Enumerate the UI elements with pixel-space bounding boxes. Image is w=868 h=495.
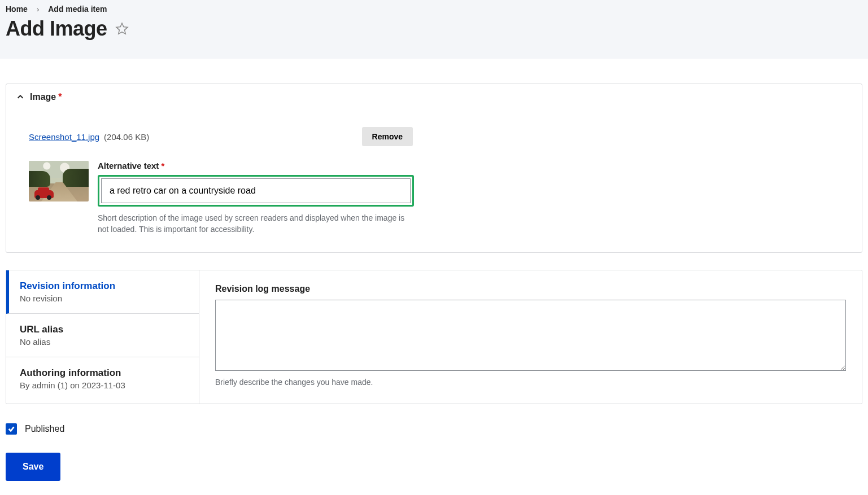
revision-log-label: Revision log message bbox=[215, 284, 310, 294]
alt-text-input[interactable] bbox=[101, 178, 411, 203]
tab-subtitle: No revision bbox=[20, 294, 185, 303]
image-panel-toggle[interactable]: Image* bbox=[6, 84, 862, 104]
required-indicator: * bbox=[58, 92, 62, 102]
tab-url-alias[interactable]: URL alias No alias bbox=[6, 314, 199, 357]
file-size: (204.06 KB) bbox=[104, 132, 149, 142]
published-checkbox[interactable] bbox=[6, 423, 17, 435]
save-button[interactable]: Save bbox=[6, 453, 60, 481]
tab-title: Authoring information bbox=[20, 367, 185, 379]
image-panel-title: Image bbox=[30, 92, 56, 102]
alt-text-label: Alternative text bbox=[98, 161, 159, 170]
image-panel: Image* Screenshot_11.jpg (204.06 KB) Rem… bbox=[6, 84, 862, 253]
breadcrumb-home[interactable]: Home bbox=[6, 5, 28, 14]
chevron-up-icon bbox=[16, 93, 24, 101]
tab-title: URL alias bbox=[20, 324, 185, 335]
tab-revision-information[interactable]: Revision information No revision bbox=[6, 270, 199, 314]
star-icon[interactable] bbox=[115, 22, 129, 36]
svg-marker-0 bbox=[116, 23, 128, 34]
tab-subtitle: No alias bbox=[20, 337, 185, 347]
required-indicator: * bbox=[161, 161, 164, 170]
breadcrumb-current: Add media item bbox=[48, 5, 107, 14]
revision-log-textarea[interactable] bbox=[215, 300, 846, 371]
breadcrumb: Home › Add media item bbox=[6, 5, 862, 17]
file-link[interactable]: Screenshot_11.jpg bbox=[29, 132, 99, 142]
check-icon bbox=[7, 425, 15, 433]
tab-subtitle: By admin (1) on 2023-11-03 bbox=[20, 380, 185, 390]
vertical-tabs: Revision information No revision URL ali… bbox=[6, 270, 862, 404]
tab-title: Revision information bbox=[20, 281, 185, 292]
alt-text-help: Short description of the image used by s… bbox=[98, 212, 414, 235]
page-title: Add Image bbox=[6, 17, 107, 41]
revision-log-help: Briefly describe the changes you have ma… bbox=[215, 378, 846, 387]
tab-authoring-information[interactable]: Authoring information By admin (1) on 20… bbox=[6, 357, 199, 400]
remove-button[interactable]: Remove bbox=[362, 127, 413, 146]
thumbnail-preview bbox=[29, 161, 89, 201]
published-label: Published bbox=[25, 424, 64, 434]
chevron-right-icon: › bbox=[37, 5, 39, 14]
